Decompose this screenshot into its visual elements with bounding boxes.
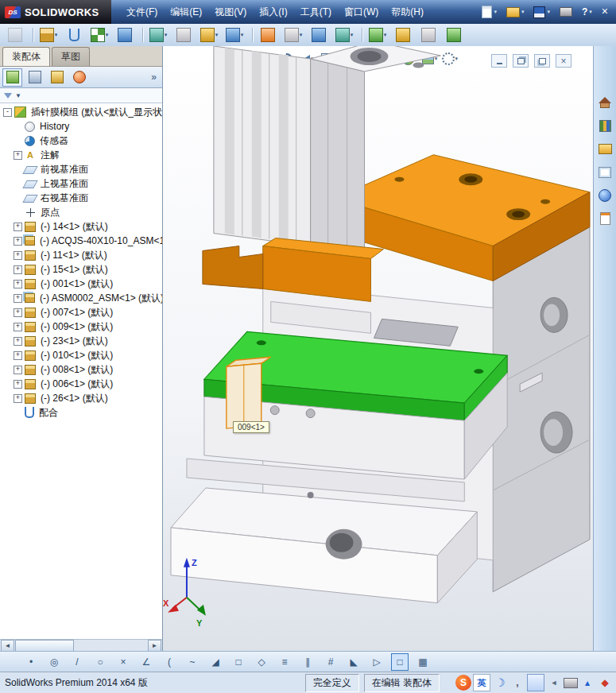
tree-item[interactable]: (-) 010<1> (默认) <box>0 348 162 362</box>
table-tool-icon[interactable]: ▦ <box>414 653 432 671</box>
centerline-tool-icon[interactable]: ∠ <box>138 653 155 671</box>
save-icon[interactable] <box>530 4 553 21</box>
window-close-icon[interactable] <box>556 54 571 68</box>
configurationmanager-icon[interactable] <box>47 68 67 87</box>
featuremanager-tree-icon[interactable] <box>2 68 22 87</box>
new-motion-study-icon[interactable] <box>256 25 280 45</box>
scroll-left-icon[interactable]: ◄ <box>1 640 14 652</box>
line-tool-icon[interactable]: / <box>68 653 86 671</box>
expander-icon[interactable] <box>14 280 22 288</box>
expander-icon[interactable] <box>14 265 22 274</box>
tree-horizontal-scrollbar[interactable]: ◄ ► <box>0 639 162 652</box>
custom-properties-icon[interactable] <box>595 209 614 227</box>
displaymanager-icon[interactable] <box>69 68 89 87</box>
tree-item[interactable]: 配合 <box>0 405 162 420</box>
trim-entities-icon[interactable]: ≡ <box>276 653 293 671</box>
tree-item[interactable]: 原点 <box>0 205 162 219</box>
design-library-icon[interactable] <box>595 117 614 135</box>
select-tool-icon[interactable]: • <box>22 653 40 671</box>
menu-item[interactable]: 编辑(E) <box>165 3 207 21</box>
expander-icon[interactable] <box>14 223 22 231</box>
view-palette-icon[interactable] <box>595 163 614 181</box>
new-document-icon[interactable] <box>478 3 500 21</box>
scroll-right-icon[interactable]: ► <box>148 640 161 652</box>
printer-icon[interactable] <box>564 678 578 688</box>
close-icon[interactable] <box>599 4 611 20</box>
tree-filter-bar[interactable]: ▼ <box>0 88 162 103</box>
large-assembly-mode-icon[interactable] <box>442 25 466 45</box>
input-language-icon[interactable]: 英 <box>473 674 490 691</box>
menu-item[interactable]: 视图(V) <box>209 3 252 21</box>
insert-components-icon[interactable] <box>37 25 60 45</box>
tree-item[interactable]: 注解 <box>0 148 162 162</box>
menu-item[interactable]: 文件(F) <box>121 3 163 21</box>
security-icon[interactable]: ◆ <box>597 675 613 691</box>
chamfer-tool-icon[interactable]: ◣ <box>345 653 362 671</box>
tree-item[interactable]: (-) 001<1> (默认) <box>0 277 162 291</box>
expander-icon[interactable] <box>3 108 12 117</box>
tree-item[interactable]: (-) 14<1> (默认) <box>0 219 162 234</box>
convert-entities-icon[interactable]: ▷ <box>368 653 385 671</box>
bill-of-materials-icon[interactable] <box>281 25 305 45</box>
home-icon[interactable] <box>595 94 614 112</box>
show-hidden-components-icon[interactable] <box>172 25 196 45</box>
menu-item[interactable]: 插入(I) <box>254 3 293 21</box>
expander-icon[interactable] <box>14 394 22 403</box>
input-mode-icon[interactable]: ☽ <box>492 675 508 691</box>
edit-component-icon[interactable] <box>3 25 27 45</box>
tree-item[interactable]: (-) 26<1> (默认) <box>0 391 162 405</box>
expander-icon[interactable] <box>14 237 22 246</box>
sound-icon[interactable]: ◄ <box>546 675 562 691</box>
exploded-view-icon[interactable] <box>307 25 331 45</box>
punctuation-icon[interactable]: , <box>509 675 525 691</box>
expander-icon[interactable] <box>14 151 22 160</box>
external-references-icon[interactable] <box>416 25 440 45</box>
assembly-model[interactable]: Z X Y <box>163 46 594 651</box>
offset-entities-icon[interactable]: ∥ <box>299 653 316 671</box>
commandmanager-tab[interactable]: 装配体 <box>2 47 50 66</box>
tree-item[interactable]: (-) 008<1> (默认) <box>0 362 162 377</box>
rectangle-tool-icon[interactable]: □ <box>230 653 247 671</box>
explode-line-sketch-icon[interactable] <box>332 25 356 45</box>
tree-item[interactable]: 右视基准面 <box>0 191 162 205</box>
propertymanager-icon[interactable] <box>25 68 45 87</box>
tree-item[interactable]: (-) ACQJS-40X10-10_ASM<1> <box>0 234 162 248</box>
smart-fasteners-icon[interactable] <box>113 25 137 45</box>
expander-icon[interactable] <box>14 351 22 360</box>
circle-tool-icon[interactable]: ○ <box>91 653 109 671</box>
reference-geometry-icon[interactable] <box>223 25 246 45</box>
tree-item[interactable]: 前视基准面 <box>0 162 162 176</box>
tree-item[interactable]: 上视基准面 <box>0 176 162 191</box>
tree-item[interactable]: (-) ASM0002_ASM<1> (默认) <box>0 291 162 305</box>
window-restore-icon[interactable] <box>513 54 529 68</box>
spline-tool-icon[interactable]: ~ <box>184 653 201 671</box>
tree-item[interactable]: (-) 009<1> (默认) <box>0 319 162 334</box>
sheet-properties-icon[interactable]: □ <box>391 653 409 671</box>
mate-icon[interactable] <box>62 25 86 45</box>
tree-item[interactable]: (-) 11<1> (默认) <box>0 248 162 262</box>
grid-snap-icon[interactable]: # <box>322 653 339 671</box>
fillet-tool-icon[interactable]: ◢ <box>207 653 224 671</box>
sogou-input-icon[interactable]: S <box>455 675 471 691</box>
smart-dimension-icon[interactable]: ◎ <box>45 653 63 671</box>
point-tool-icon[interactable]: × <box>114 653 132 671</box>
menu-item[interactable]: 窗口(W) <box>339 3 384 21</box>
open-icon[interactable] <box>503 5 528 20</box>
tree-item[interactable]: (-) 15<1> (默认) <box>0 262 162 277</box>
interference-detection-icon[interactable] <box>366 25 389 45</box>
soft-keyboard-icon[interactable] <box>527 674 544 691</box>
menu-item[interactable]: 工具(T) <box>295 3 337 21</box>
scrollbar-thumb[interactable] <box>15 640 74 652</box>
assembly-features-icon[interactable] <box>197 25 221 45</box>
expander-icon[interactable] <box>14 366 22 374</box>
polygon-tool-icon[interactable]: ◇ <box>253 653 270 671</box>
menu-item[interactable]: 帮助(H) <box>385 3 429 21</box>
expander-icon[interactable] <box>14 308 22 317</box>
appearances-scenes-icon[interactable] <box>595 186 614 204</box>
expander-icon[interactable] <box>14 294 22 303</box>
tree-item[interactable]: 传感器 <box>0 134 162 148</box>
window-cascade-icon[interactable] <box>534 54 550 68</box>
expander-icon[interactable] <box>14 251 22 260</box>
network-icon[interactable]: ▴ <box>579 675 595 691</box>
chevron-down-icon[interactable]: ▼ <box>15 92 21 99</box>
